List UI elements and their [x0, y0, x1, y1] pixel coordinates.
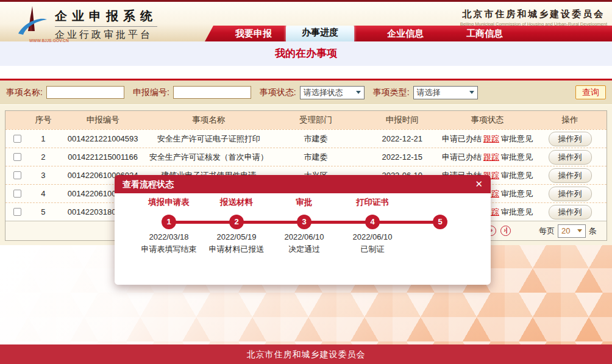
declare-code-input[interactable]	[173, 86, 251, 99]
tab-enterprise-info[interactable]: 企业信息	[372, 26, 439, 41]
chevron-down-icon	[577, 229, 582, 232]
close-icon[interactable]: ✕	[475, 175, 483, 193]
status-text: 申请已办结	[442, 152, 482, 162]
spacer-strip	[0, 66, 612, 79]
process-status-dialog: 查看流程状态 ✕ 填报申请表 1 2022/03/18 申请表填写结束 报送材料…	[115, 175, 491, 285]
logo-text: 企业申报系统 企业行政审批平台	[55, 8, 157, 41]
step-number-badge: 5	[433, 215, 447, 229]
step-status: 申请表填写结束	[132, 244, 205, 255]
main-nav: 我要申报 办事进度 企业信息 工商信息	[205, 26, 612, 41]
col-header-no: 序号	[30, 115, 57, 126]
step-status: 已制证	[336, 244, 409, 255]
row-no: 2	[30, 152, 57, 162]
dialog-header: 查看流程状态 ✕	[115, 175, 491, 193]
row-checkbox[interactable]	[13, 208, 21, 216]
tab-business-info[interactable]: 工商信息	[451, 26, 518, 41]
opinion-text[interactable]: 审批意见	[501, 189, 533, 198]
table-row: 2 0014221215001166 安全生产许可证核发（首次申请） 市建委 2…	[5, 148, 607, 166]
page-footer: 北京市住房和城乡建设委员会	[0, 344, 612, 364]
logo: WWW.BJJS.GOV.CN 企业申报系统 企业行政审批平台	[16, 5, 157, 41]
sail-logo-icon: WWW.BJJS.GOV.CN	[16, 5, 48, 36]
row-name: 安全生产许可证电子证照打印	[149, 134, 269, 145]
action-column-button[interactable]: 操作列	[549, 168, 592, 183]
opinion-text[interactable]: 审批意见	[501, 152, 533, 162]
track-link[interactable]: 跟踪	[483, 152, 499, 162]
row-no: 3	[30, 171, 57, 180]
step-date: 2022/03/18	[132, 232, 205, 241]
step-number-badge: 3	[297, 215, 311, 229]
action-column-button[interactable]: 操作列	[549, 150, 592, 165]
platform-subtitle: 企业行政审批平台	[55, 29, 157, 41]
step-date: 2022/06/10	[336, 232, 409, 241]
dialog-title: 查看流程状态	[115, 175, 491, 193]
page-title: 我的在办事项	[0, 41, 612, 66]
per-page-suffix: 条	[589, 226, 597, 237]
opinion-text[interactable]: 审批意见	[501, 171, 533, 180]
row-date: 2022-12-15	[363, 152, 441, 162]
item-status-select[interactable]: 请选择状态	[300, 86, 365, 99]
table-header-row: 序号 申报编号 事项名称 受理部门 申报时间 事项状态 操作	[5, 111, 607, 129]
system-title: 企业申报系统	[55, 8, 157, 27]
chevron-down-icon	[356, 91, 361, 94]
organization-block: 北京市住房和城乡建设委员会 Beijing Municipal Commissi…	[460, 9, 607, 27]
col-header-action: 操作	[533, 115, 607, 126]
search-button[interactable]: 查询	[575, 85, 606, 99]
per-page-select[interactable]: 20	[558, 224, 586, 238]
step-status: 决定通过	[268, 244, 341, 255]
action-column-button[interactable]: 操作列	[549, 205, 592, 219]
item-status-label: 事项状态:	[260, 87, 296, 98]
opinion-text[interactable]: 审批意见	[501, 134, 533, 143]
row-checkbox[interactable]	[13, 153, 21, 161]
per-page-control: 每页 20 条	[539, 224, 597, 238]
row-dept: 市建委	[268, 152, 363, 163]
step-number-badge: 4	[365, 215, 380, 229]
col-header-date: 申报时间	[363, 115, 441, 126]
step-label: 审批	[268, 197, 341, 208]
item-type-select[interactable]: 请选择	[413, 86, 478, 99]
col-header-dept: 受理部门	[268, 115, 363, 126]
top-accent-line	[0, 0, 612, 2]
table-row: 1 0014221221004593 安全生产许可证电子证照打印 市建委 202…	[5, 129, 607, 148]
declare-code-label: 申报编号:	[133, 87, 169, 98]
filter-bar: 事项名称: 申报编号: 事项状态: 请选择状态 事项类型: 请选择 查询	[0, 80, 612, 105]
timeline-step: 填报申请表 1 2022/03/18 申请表填写结束	[132, 193, 205, 260]
col-header-code: 申报编号	[57, 115, 149, 126]
row-status: 申请已办结跟踪审批意见	[441, 134, 534, 145]
timeline-step: 打印证书 4 2022/06/10 已制证	[336, 193, 409, 260]
col-header-name: 事项名称	[149, 115, 269, 126]
row-no: 4	[30, 189, 57, 198]
step-date: 2022/06/10	[268, 232, 341, 241]
per-page-value: 20	[561, 226, 570, 235]
step-status: 申请材料已报送	[200, 244, 273, 255]
step-label: 报送材料	[200, 197, 273, 208]
chevron-down-icon	[469, 91, 474, 94]
row-no: 5	[30, 207, 57, 216]
status-text: 申请已办结	[442, 134, 482, 143]
action-column-button[interactable]: 操作列	[549, 187, 592, 201]
row-no: 1	[30, 134, 57, 143]
row-checkbox[interactable]	[13, 135, 21, 143]
row-checkbox[interactable]	[13, 171, 21, 179]
row-name: 安全生产许可证核发（首次申请）	[149, 152, 269, 163]
col-header-status: 事项状态	[441, 115, 534, 126]
step-number-badge: 1	[162, 215, 176, 229]
row-dept: 市建委	[268, 134, 363, 145]
row-status: 申请已办结跟踪审批意见	[441, 152, 534, 163]
step-date: 2022/05/19	[200, 232, 273, 241]
row-code: 0014221215001166	[57, 152, 149, 162]
tab-apply[interactable]: 我要申报	[220, 26, 287, 41]
item-status-selected-value: 请选择状态	[304, 87, 343, 98]
opinion-text[interactable]: 审批意见	[501, 207, 533, 216]
last-page-icon[interactable]: ›|	[500, 226, 511, 236]
row-checkbox[interactable]	[13, 190, 21, 198]
item-type-selected-value: 请选择	[417, 87, 441, 98]
step-label: 打印证书	[336, 197, 409, 208]
dialog-body: 填报申请表 1 2022/03/18 申请表填写结束 报送材料 2 2022/0…	[115, 193, 491, 285]
step-label: 填报申请表	[132, 197, 205, 208]
row-code: 0014221221004593	[57, 134, 149, 143]
track-link[interactable]: 跟踪	[483, 134, 499, 143]
item-name-input[interactable]	[46, 86, 124, 99]
timeline-step: 报送材料 2 2022/05/19 申请材料已报送	[200, 193, 273, 260]
timeline-step: 5	[404, 193, 477, 260]
action-column-button[interactable]: 操作列	[549, 132, 592, 146]
